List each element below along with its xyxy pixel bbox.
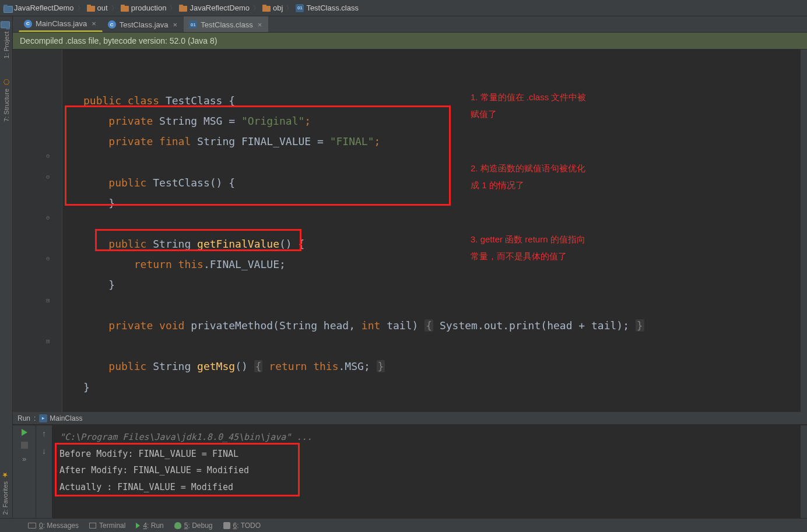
class-file-icon: 01 [296, 4, 304, 12]
structure-icon: ⬡ [2, 78, 10, 86]
tab-testclass-java[interactable]: C TestClass.java × [103, 16, 184, 32]
terminal-icon [89, 523, 96, 529]
java-icon: C [24, 20, 32, 28]
code-line [83, 74, 90, 86]
tab-label: TestClass.java [120, 20, 169, 29]
sb-terminal[interactable]: Terminal [89, 522, 125, 530]
bc-javareflectdemo[interactable]: JavaReflectDemo [179, 3, 250, 12]
code-line: public String getMsg() { return this.MSG… [83, 360, 385, 372]
code-line: return this.FINAL_VALUE; [83, 258, 286, 270]
project-icon [3, 22, 10, 29]
run-scrollbar[interactable] [800, 425, 807, 518]
code-line: public String getFinalValue() { [83, 238, 304, 250]
bc-sep: 〉 [169, 4, 177, 12]
java-icon: C [108, 20, 116, 29]
bc-project[interactable]: JavaReflectDemo [3, 3, 74, 12]
code-line: private String MSG = "Original"; [83, 115, 311, 127]
code-line: } [83, 279, 115, 291]
sb-todo[interactable]: 6: TODO [223, 522, 261, 530]
class-file-icon: 01 [189, 20, 197, 29]
fold-icon[interactable]: ⊖ [46, 252, 50, 265]
tool-structure[interactable]: 7: Structure ⬡ [2, 78, 10, 122]
code-line: private final String FINAL_VALUE = "FINA… [83, 135, 380, 147]
left-tool-strips: 1: Project 7: Structure ⬡ [0, 16, 13, 518]
bc-production[interactable]: production [121, 3, 167, 12]
bc-label: production [131, 3, 167, 12]
tool-structure-label: 7: Structure [3, 89, 10, 122]
fold-icon[interactable]: ⊞ [46, 294, 50, 306]
run-title: Run [17, 414, 30, 422]
code-editor[interactable]: public class TestClass { private String … [13, 50, 807, 412]
run-output-line: After Modify: FINAL_VALUE = Modified [59, 462, 793, 479]
tab-mainclass[interactable]: C MainClass.java × [19, 16, 103, 32]
folder-icon [87, 5, 95, 12]
star-icon: ★ [1, 471, 9, 479]
tool-project[interactable]: 1: Project [3, 22, 10, 58]
messages-icon [28, 523, 36, 529]
code-line: public TestClass() { [83, 177, 235, 189]
annotation-1: 1. 常量的值在 .class 文件中被 赋值了 [471, 89, 586, 122]
tool-favorites-label: 2: Favorites [2, 481, 9, 515]
editor-scrollbar[interactable] [800, 50, 807, 412]
tab-close-icon[interactable]: × [257, 20, 264, 29]
fold-icon[interactable]: ⊖ [46, 150, 50, 162]
folder-icon [179, 5, 187, 12]
code-line [83, 217, 90, 230]
run-panel-header: Run : ▸ MainClass [13, 412, 807, 425]
stop-button-icon[interactable] [21, 442, 28, 449]
run-toolbar-left: » [13, 425, 36, 518]
sb-messages[interactable]: 0: Messages [28, 522, 79, 530]
code-line: private void privateMethod(String head, … [83, 319, 644, 332]
folder-icon [262, 5, 271, 12]
code-line: public class TestClass { [83, 94, 235, 107]
annotation-2: 2. 构造函数的赋值语句被优化 成 1 的情况了 [471, 160, 585, 193]
code-line [83, 156, 90, 168]
run-config-name: MainClass [50, 414, 82, 422]
todo-icon [223, 522, 230, 529]
tab-close-icon[interactable]: × [90, 19, 97, 28]
run-panel: » ↑ ↓ "C:\Program Files\Java\jdk1.8.0_45… [13, 425, 807, 518]
bc-file[interactable]: 01TestClass.class [296, 3, 359, 12]
tool-favorites[interactable]: 2: Favorites ★ [1, 471, 9, 515]
code-line: } [83, 381, 90, 393]
bc-label: obj [273, 3, 283, 12]
run-toolbar-nav: ↑ ↓ [36, 425, 52, 518]
run-icon [136, 523, 140, 529]
bc-out[interactable]: out [87, 3, 108, 12]
tab-close-icon[interactable]: × [172, 20, 179, 29]
tab-testclass-class[interactable]: 01 TestClass.class × [184, 16, 268, 32]
run-button-icon[interactable] [22, 429, 27, 436]
sb-run[interactable]: 4: Run [136, 522, 163, 530]
tab-label: TestClass.class [201, 20, 253, 29]
up-arrow-icon[interactable]: ↑ [42, 429, 46, 438]
more-icon[interactable]: » [22, 455, 26, 463]
breadcrumb-bar: JavaReflectDemo 〉 out 〉 production 〉 Jav… [0, 0, 807, 16]
run-config-icon: ▸ [39, 414, 47, 422]
status-bar: 0: Messages Terminal 4: Run 5: Debug 6: … [0, 518, 807, 532]
code-line: } [83, 197, 115, 209]
tab-label: MainClass.java [36, 19, 87, 28]
bc-label: JavaReflectDemo [14, 3, 74, 12]
bc-label: JavaReflectDemo [190, 3, 250, 12]
gutter [13, 50, 62, 412]
run-output[interactable]: "C:\Program Files\Java\jdk1.8.0_45\bin\j… [52, 425, 800, 518]
bc-obj[interactable]: obj [262, 3, 283, 12]
project-folder-icon [3, 5, 12, 12]
decompile-banner: Decompiled .class file, bytecode version… [13, 33, 807, 50]
code-line [83, 340, 90, 352]
sb-debug[interactable]: 5: Debug [174, 522, 213, 530]
run-command: "C:\Program Files\Java\jdk1.8.0_45\bin\j… [59, 429, 793, 446]
breadcrumb: JavaReflectDemo 〉 out 〉 production 〉 Jav… [3, 3, 359, 12]
code-body[interactable]: public class TestClass { private String … [62, 50, 800, 412]
bc-sep: 〉 [285, 4, 293, 12]
debug-icon [174, 522, 181, 529]
run-output-line: Before Modify: FINAL_VALUE = FINAL [59, 446, 793, 463]
down-arrow-icon[interactable]: ↓ [42, 446, 46, 456]
bc-sep: 〉 [110, 4, 118, 12]
bc-sep: 〉 [76, 4, 85, 12]
fold-icon[interactable]: ⊖ [46, 212, 50, 224]
folder-icon [121, 5, 129, 12]
fold-icon[interactable]: ⊞ [46, 335, 50, 347]
fold-icon[interactable]: ⊖ [46, 171, 50, 183]
editor-tabs: C MainClass.java × C TestClass.java × 01… [13, 16, 807, 33]
